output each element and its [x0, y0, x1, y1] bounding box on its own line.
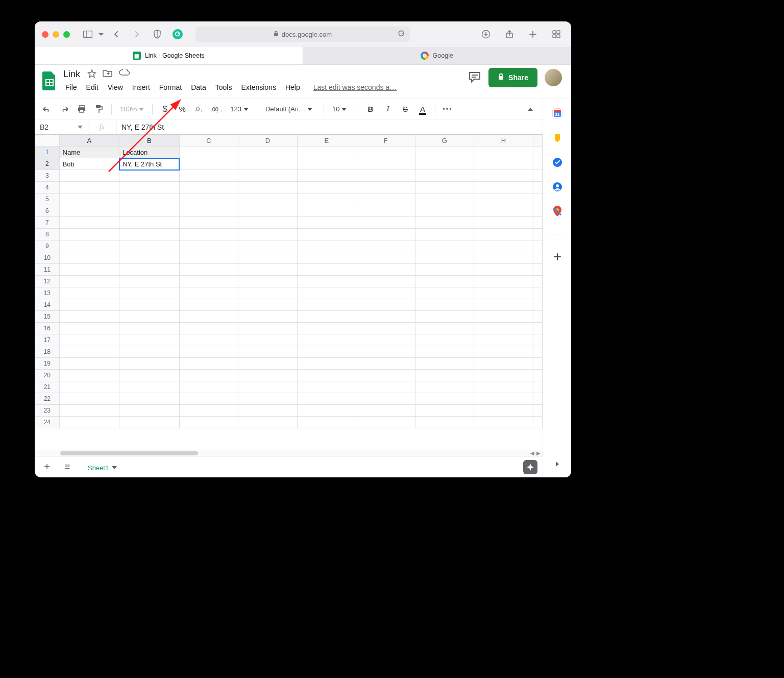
explore-icon[interactable] — [523, 460, 537, 474]
cell-H21[interactable] — [474, 381, 533, 393]
cell-D17[interactable] — [238, 334, 298, 346]
cell-H2[interactable] — [474, 158, 533, 170]
cell-E9[interactable] — [297, 240, 356, 252]
row-header-15[interactable]: 15 — [35, 311, 60, 323]
row-header-19[interactable]: 19 — [35, 358, 60, 370]
cell-C2[interactable] — [179, 158, 238, 170]
back-button[interactable] — [109, 27, 124, 41]
row-header-17[interactable]: 17 — [35, 334, 60, 346]
cell-H17[interactable] — [474, 334, 533, 346]
cell-H10[interactable] — [474, 252, 533, 264]
col-header-A[interactable]: A — [59, 135, 119, 147]
privacy-shield-icon[interactable] — [150, 27, 165, 41]
cell-A22[interactable] — [59, 393, 119, 405]
fx-icon[interactable]: fx — [88, 119, 116, 134]
cell-G24[interactable] — [415, 417, 474, 428]
cell-H1[interactable] — [474, 147, 533, 158]
cell-C18[interactable] — [179, 346, 238, 358]
row-header-8[interactable]: 8 — [35, 229, 60, 240]
cell-A4[interactable] — [59, 182, 119, 193]
row-header-12[interactable]: 12 — [35, 276, 60, 287]
cell-H18[interactable] — [474, 346, 533, 358]
cell-C10[interactable] — [179, 252, 238, 264]
tasks-icon[interactable] — [552, 157, 562, 167]
cell-B19[interactable] — [119, 358, 180, 370]
cell-F4[interactable] — [356, 182, 415, 193]
cell-G17[interactable] — [415, 334, 474, 346]
formula-input[interactable]: NY, E 27th St — [116, 119, 543, 134]
cell-E23[interactable] — [297, 405, 356, 417]
cell-C17[interactable] — [179, 334, 238, 346]
menu-tools[interactable]: Tools — [211, 82, 236, 93]
cell-A14[interactable] — [59, 299, 119, 311]
cell-G20[interactable] — [415, 370, 474, 381]
cell-C23[interactable] — [179, 405, 238, 417]
cell-B1[interactable]: Location — [119, 147, 180, 158]
menu-data[interactable]: Data — [187, 82, 210, 93]
account-avatar[interactable] — [545, 69, 562, 86]
horizontal-scrollbar[interactable]: ◀▶ — [35, 450, 543, 456]
cell-F17[interactable] — [356, 334, 415, 346]
cell-D15[interactable] — [238, 311, 298, 323]
cell-G12[interactable] — [415, 276, 474, 287]
cell-D1[interactable] — [238, 147, 298, 158]
cell-C19[interactable] — [179, 358, 238, 370]
cell-F23[interactable] — [356, 405, 415, 417]
last-edit-link[interactable]: Last edit was seconds a… — [313, 83, 397, 91]
menu-file[interactable]: File — [61, 82, 81, 93]
cell-D10[interactable] — [238, 252, 298, 264]
cell-B14[interactable] — [119, 299, 180, 311]
cell-A10[interactable] — [59, 252, 119, 264]
cell-A1[interactable]: Name — [59, 147, 119, 158]
cell-E7[interactable] — [297, 217, 356, 229]
cell-G13[interactable] — [415, 287, 474, 299]
row-header-22[interactable]: 22 — [35, 393, 60, 405]
cell-B20[interactable] — [119, 370, 180, 381]
cell-E19[interactable] — [297, 358, 356, 370]
cell-B5[interactable] — [119, 193, 180, 205]
cell-E11[interactable] — [297, 264, 356, 276]
cell-F21[interactable] — [356, 381, 415, 393]
cell-H20[interactable] — [474, 370, 533, 381]
cell-F1[interactable] — [356, 147, 415, 158]
cell-E24[interactable] — [297, 417, 356, 428]
col-header-G[interactable]: G — [415, 135, 474, 147]
comments-icon[interactable] — [468, 71, 481, 85]
cell-H8[interactable] — [474, 229, 533, 240]
cell-F15[interactable] — [356, 311, 415, 323]
cell-A21[interactable] — [59, 381, 119, 393]
cell-D6[interactable] — [238, 205, 298, 217]
cell-E18[interactable] — [297, 346, 356, 358]
cell-A24[interactable] — [59, 417, 119, 428]
browser-tab-google[interactable]: Google — [303, 47, 572, 64]
cell-F19[interactable] — [356, 358, 415, 370]
cell-E15[interactable] — [297, 311, 356, 323]
star-icon[interactable] — [87, 69, 96, 80]
cell-A15[interactable] — [59, 311, 119, 323]
cell-G19[interactable] — [415, 358, 474, 370]
col-header-C[interactable]: C — [179, 135, 238, 147]
row-header-16[interactable]: 16 — [35, 323, 60, 334]
cell-G14[interactable] — [415, 299, 474, 311]
add-addon-icon[interactable] — [552, 252, 562, 262]
cell-A12[interactable] — [59, 276, 119, 287]
cell-A2[interactable]: Bob — [59, 158, 119, 170]
undo-icon[interactable] — [40, 102, 54, 116]
cell-A3[interactable] — [59, 170, 119, 182]
cell-H16[interactable] — [474, 323, 533, 334]
row-header-5[interactable]: 5 — [35, 193, 60, 205]
cell-E13[interactable] — [297, 287, 356, 299]
cell-E8[interactable] — [297, 229, 356, 240]
cell-F9[interactable] — [356, 240, 415, 252]
cell-F6[interactable] — [356, 205, 415, 217]
cell-G4[interactable] — [415, 182, 474, 193]
row-header-18[interactable]: 18 — [35, 346, 60, 358]
cell-B21[interactable] — [119, 381, 180, 393]
col-header-B[interactable]: B — [119, 135, 180, 147]
cell-G6[interactable] — [415, 205, 474, 217]
menu-help[interactable]: Help — [281, 82, 304, 93]
cell-C13[interactable] — [179, 287, 238, 299]
cell-D22[interactable] — [238, 393, 298, 405]
cell-C22[interactable] — [179, 393, 238, 405]
cell-G22[interactable] — [415, 393, 474, 405]
